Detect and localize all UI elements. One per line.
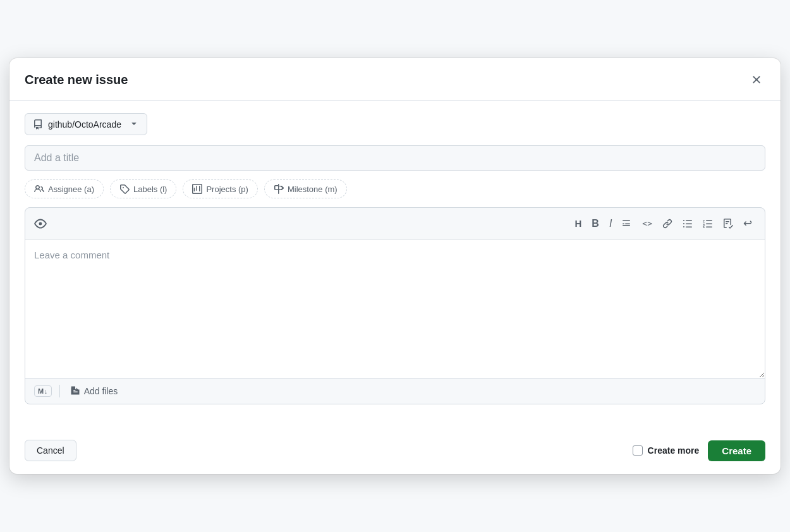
title-input[interactable] <box>25 145 765 171</box>
dialog-header: Create new issue <box>9 58 781 100</box>
labels-label: Labels (l) <box>133 184 167 194</box>
dialog-title: Create new issue <box>25 73 128 87</box>
italic-button[interactable]: I <box>605 215 616 232</box>
metadata-row: Assignee (a) Labels (l) Projects (p) Mil… <box>25 179 765 198</box>
markdown-badge: M↓ <box>34 385 52 397</box>
code-button[interactable]: <> <box>638 216 656 231</box>
preview-icon <box>34 217 47 230</box>
add-files-icon <box>70 386 80 396</box>
assignee-chip[interactable]: Assignee (a) <box>25 179 104 198</box>
chevron-down-icon <box>129 118 139 130</box>
milestone-chip[interactable]: Milestone (m) <box>264 179 347 198</box>
undo-button[interactable]: ↩ <box>739 214 756 233</box>
editor-toolbar: H B I <> <box>25 208 765 239</box>
cancel-button[interactable]: Cancel <box>25 440 76 461</box>
bold-button[interactable]: B <box>588 215 603 232</box>
unordered-list-button[interactable] <box>679 216 696 231</box>
close-icon <box>750 73 763 86</box>
editor-area: H B I <> <box>25 207 765 404</box>
editor-footer: M↓ Add files <box>25 378 765 404</box>
assignee-icon <box>34 184 44 194</box>
create-issue-dialog: Create new issue github/OctoArcade <box>9 58 781 474</box>
repo-icon <box>33 119 43 130</box>
repo-selector-label: github/OctoArcade <box>48 119 121 130</box>
projects-icon <box>192 184 202 194</box>
ordered-list-button[interactable] <box>699 216 717 231</box>
heading-button[interactable]: H <box>571 215 585 231</box>
repo-selector-button[interactable]: github/OctoArcade <box>25 113 147 135</box>
labels-chip[interactable]: Labels (l) <box>110 179 176 198</box>
add-files-label: Add files <box>84 386 118 396</box>
projects-label: Projects (p) <box>206 184 248 194</box>
assignee-label: Assignee (a) <box>48 184 94 194</box>
milestone-label: Milestone (m) <box>288 184 337 194</box>
milestone-icon <box>274 184 284 194</box>
add-files-button[interactable]: Add files <box>68 385 121 397</box>
labels-icon <box>119 184 130 194</box>
dialog-body: github/OctoArcade Assignee (a) La <box>9 100 781 430</box>
editor-divider <box>59 385 60 397</box>
comment-textarea[interactable] <box>25 239 765 378</box>
quote-button[interactable] <box>618 216 636 231</box>
footer-right: Create more Create <box>633 440 765 461</box>
create-more-checkbox[interactable] <box>633 445 643 456</box>
link-button[interactable] <box>659 216 676 231</box>
close-button[interactable] <box>748 71 765 88</box>
task-list-button[interactable] <box>719 216 737 231</box>
create-more-label[interactable]: Create more <box>633 445 700 456</box>
dialog-footer: Cancel Create more Create <box>9 430 781 474</box>
create-button[interactable]: Create <box>708 440 765 461</box>
projects-chip[interactable]: Projects (p) <box>183 179 257 198</box>
